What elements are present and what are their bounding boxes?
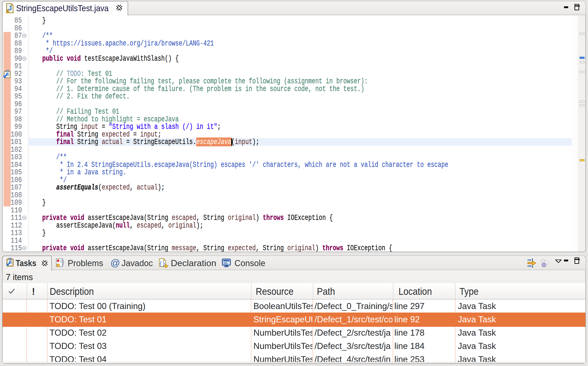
svg-text:J: J xyxy=(8,4,12,12)
